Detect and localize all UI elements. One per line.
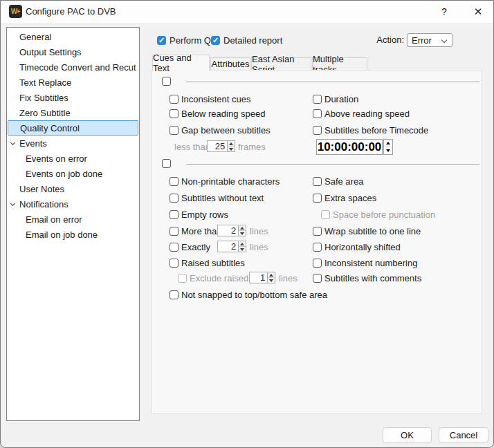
exactly-lines-spinner[interactable]: 2 xyxy=(217,241,246,252)
sidebar-item-label: General xyxy=(19,32,51,42)
checkbox-subtitles-without-text[interactable]: Subtitles without text xyxy=(170,192,264,203)
checkbox-horizontally-shifted[interactable]: Horizontally shifted xyxy=(313,241,401,252)
checkbox-label: Raised subtitles xyxy=(181,258,245,268)
sidebar-item-events-on-error[interactable]: Events on error xyxy=(7,151,139,166)
checkbox-icon xyxy=(313,227,322,236)
sidebar-item-text-replace[interactable]: Text Replace xyxy=(7,75,139,90)
gap-less-than-label: less than xyxy=(174,141,210,152)
checkbox-gap-between-subtitles[interactable]: Gap between subtitles xyxy=(170,124,271,136)
checkbox-group2-toggle[interactable] xyxy=(162,159,171,168)
spin-down-icon[interactable] xyxy=(268,278,275,283)
spin-down-icon[interactable] xyxy=(384,147,392,154)
sidebar-item-user-notes[interactable]: User Notes xyxy=(7,181,139,196)
checkbox-icon xyxy=(170,243,179,252)
app-logo-letter-small: F xyxy=(17,9,20,14)
sidebar-item-label: Timecode Convert and Recut xyxy=(19,62,136,73)
cues-and-text-panel: Inconsistent cues Below reading speed Ga… xyxy=(152,70,482,414)
sidebar-item-zero-subtitle[interactable]: Zero Subtitle xyxy=(7,105,139,120)
ok-button[interactable]: OK xyxy=(383,427,432,443)
sidebar-item-email-on-job-done[interactable]: Email on job done xyxy=(7,227,139,242)
sidebar-item-output-settings[interactable]: Output Settings xyxy=(7,44,139,59)
checkbox-inconsistent-cues[interactable]: Inconsistent cues xyxy=(170,93,250,104)
gap-frames-spinner[interactable]: 25 xyxy=(207,140,235,152)
spin-up-icon[interactable] xyxy=(239,241,246,247)
sidebar-item-events[interactable]: Events xyxy=(7,136,139,151)
close-button[interactable]: ✕ xyxy=(464,1,492,23)
checkbox-label: Horizontally shifted xyxy=(324,242,401,252)
timecode-spinner[interactable]: 10:00:00:00 xyxy=(316,139,393,155)
checkbox-label: Exactly xyxy=(181,242,210,252)
checkbox-label: Subtitles without text xyxy=(181,193,264,203)
checkbox-below-reading-speed[interactable]: Below reading speed xyxy=(170,108,265,119)
checkbox-exclude-raised-by[interactable]: Exclude raised by xyxy=(178,272,261,283)
checkbox-empty-rows[interactable]: Empty rows xyxy=(170,209,228,220)
checkbox-group1-toggle[interactable] xyxy=(162,77,171,86)
sidebar-item-email-on-error[interactable]: Email on error xyxy=(7,212,139,227)
checkbox-wrap-subtitle-one-line[interactable]: Wrap subtitle to one line xyxy=(313,225,421,236)
spin-up-icon[interactable] xyxy=(268,272,275,278)
more-than-lines-spinner[interactable]: 2 xyxy=(217,225,246,236)
spin-down-icon[interactable] xyxy=(228,147,235,151)
checkbox-duration[interactable]: Duration xyxy=(313,93,358,104)
cancel-button[interactable]: Cancel xyxy=(439,427,488,443)
checkbox-subtitles-with-comments[interactable]: Subtitles with comments xyxy=(313,272,421,283)
checkbox-label: Space before punctuation xyxy=(332,209,435,220)
sidebar-item-label: Email on job done xyxy=(26,230,98,240)
checkbox-not-snapped-safe-area[interactable]: Not snapped to top/bottom safe area xyxy=(170,289,327,300)
checkbox-above-reading-speed[interactable]: Above reading speed xyxy=(313,108,410,119)
app-logo-icon: WF xyxy=(9,5,22,18)
checkbox-icon xyxy=(313,274,322,283)
checkbox-detailed-report[interactable]: Detailed report xyxy=(211,35,282,46)
checkbox-icon xyxy=(170,177,179,186)
checkbox-icon xyxy=(170,126,179,135)
checkbox-safe-area[interactable]: Safe area xyxy=(313,176,363,187)
checkbox-inconsistent-numbering[interactable]: Inconsistent numbering xyxy=(313,257,417,268)
settings-nav-list: General Output Settings Timecode Convert… xyxy=(6,27,140,421)
checkbox-label: Perform QC xyxy=(170,35,217,46)
tab-cues-and-text[interactable]: Cues and Text xyxy=(152,55,210,71)
checkbox-more-than[interactable]: More than xyxy=(170,225,222,236)
spin-up-icon[interactable] xyxy=(384,140,392,147)
checkbox-icon xyxy=(170,227,179,236)
spin-down-icon[interactable] xyxy=(239,247,246,252)
help-button[interactable]: ? xyxy=(430,1,458,23)
sidebar-item-label: Output Settings xyxy=(19,47,82,57)
checkbox-label: More than xyxy=(181,226,222,236)
sidebar-item-events-on-job-done[interactable]: Events on job done xyxy=(7,166,139,181)
tab-multiple-tracks[interactable]: Multiple tracks xyxy=(312,57,367,71)
chevron-down-icon xyxy=(10,201,15,206)
checkbox-exactly[interactable]: Exactly xyxy=(170,241,210,252)
exactly-lines-label: lines xyxy=(250,241,268,252)
checkbox-label: Gap between subtitles xyxy=(181,125,271,136)
checkbox-label: Inconsistent numbering xyxy=(324,258,417,268)
sidebar-item-label: Fix Subtitles xyxy=(19,93,68,103)
checkbox-subtitles-before-timecode[interactable]: Subtitles before Timecode xyxy=(313,124,428,136)
action-dropdown[interactable]: Error xyxy=(407,33,452,47)
app-logo-letter: W xyxy=(11,8,17,15)
exclude-raised-lines-spinner[interactable]: 1 xyxy=(249,272,275,283)
checkbox-icon xyxy=(170,194,179,203)
sidebar-item-notifications[interactable]: Notifications xyxy=(7,196,139,212)
sidebar-item-general[interactable]: General xyxy=(7,29,139,44)
checkbox-non-printable-characters[interactable]: Non-printable characters xyxy=(170,176,280,187)
checkbox-label: Empty rows xyxy=(181,209,228,220)
tab-attributes[interactable]: Attributes xyxy=(210,57,250,71)
checkbox-raised-subtitles[interactable]: Raised subtitles xyxy=(170,257,245,268)
checkbox-label: Safe area xyxy=(324,176,363,187)
checkbox-perform-qc[interactable]: Perform QC xyxy=(157,35,217,46)
sidebar-item-quality-control[interactable]: Quality Control xyxy=(8,120,138,136)
configure-dialog: WF Configure PAC to DVB ? ✕ General Outp… xyxy=(0,0,494,448)
checkbox-extra-spaces[interactable]: Extra spaces xyxy=(313,192,376,203)
checkbox-space-before-punctuation[interactable]: Space before punctuation xyxy=(321,209,435,220)
spin-up-icon[interactable] xyxy=(239,225,246,231)
checkbox-icon xyxy=(313,259,322,268)
sidebar-item-fix-subtitles[interactable]: Fix Subtitles xyxy=(7,90,139,105)
tab-east-asian-script[interactable]: East Asian Script xyxy=(251,57,311,71)
spin-down-icon[interactable] xyxy=(239,231,246,236)
checkbox-icon xyxy=(313,177,322,186)
sidebar-item-timecode-convert[interactable]: Timecode Convert and Recut xyxy=(7,59,139,75)
checkbox-icon xyxy=(170,290,179,299)
spin-up-icon[interactable] xyxy=(228,141,235,147)
checkbox-icon xyxy=(170,95,179,104)
timecode-value[interactable]: 10:00:00:00 xyxy=(316,139,383,155)
